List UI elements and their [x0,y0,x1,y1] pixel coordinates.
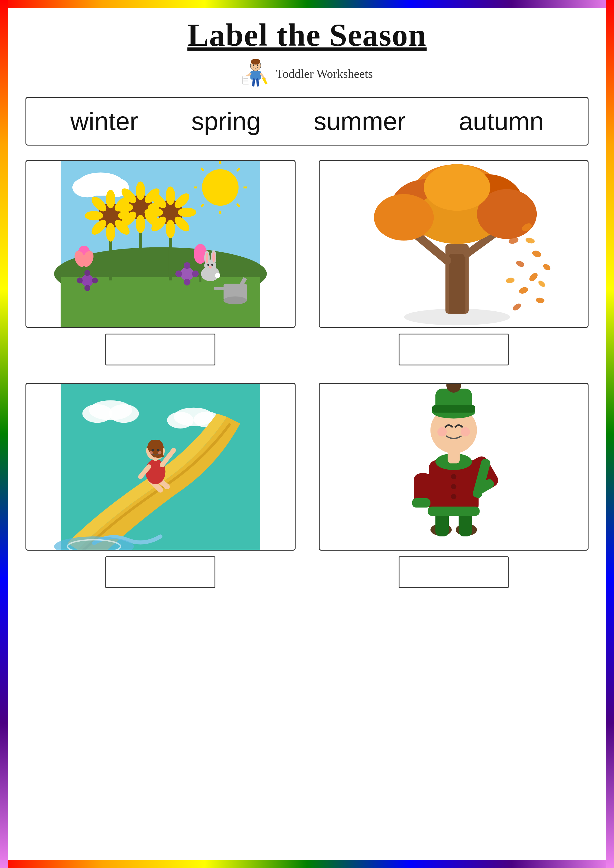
logo-section: Toddler Worksheets [25,59,589,88]
svg-point-136 [149,451,152,454]
svg-point-44 [115,203,133,212]
summer-scene-icon [26,384,295,550]
svg-point-103 [374,194,434,241]
word-summer: summer [314,107,406,136]
svg-point-85 [215,273,220,278]
autumn-label-box[interactable] [399,333,508,366]
svg-point-82 [207,264,209,266]
page-title: Label the Season [187,17,427,54]
svg-point-67 [184,262,191,269]
word-autumn: autumn [459,107,544,136]
svg-point-80 [205,253,208,263]
svg-point-2 [253,65,255,66]
spring-image-box [25,160,295,328]
svg-point-32 [106,190,115,208]
word-winter: winter [70,107,138,136]
svg-point-53 [166,220,175,238]
page-content: Label the Season [8,8,606,860]
svg-point-135 [157,449,160,451]
svg-point-160 [437,427,446,436]
word-bank: winter spring summer autumn [25,97,589,146]
svg-point-121 [109,404,139,423]
summer-label-box[interactable] [106,556,215,588]
winter-label-box[interactable] [399,556,508,588]
svg-point-151 [451,484,456,489]
title-section: Label the Season [25,17,589,54]
spring-label-box[interactable] [106,333,215,366]
svg-rect-88 [214,287,225,290]
word-spring: spring [191,107,261,136]
image-grid [25,160,589,588]
logo-text: Toddler Worksheets [276,67,373,81]
svg-point-68 [184,279,191,285]
spring-scene-icon [26,161,295,327]
svg-point-75 [92,277,98,284]
svg-point-66 [180,267,194,281]
svg-line-12 [253,79,254,85]
svg-point-70 [192,271,199,277]
svg-point-134 [151,449,154,451]
svg-rect-144 [427,507,479,516]
svg-rect-146 [412,498,430,507]
svg-point-3 [257,65,258,66]
summer-card [25,383,295,588]
svg-point-137 [158,451,161,454]
winter-card [319,383,589,588]
svg-point-81 [212,252,215,263]
autumn-scene-icon [320,161,588,327]
autumn-image-box [319,160,589,328]
svg-line-13 [257,79,258,85]
svg-rect-4 [250,71,261,79]
svg-point-43 [136,215,145,233]
svg-point-89 [224,296,247,304]
svg-point-42 [136,181,145,200]
svg-point-120 [82,404,112,423]
svg-point-71 [81,274,93,287]
spring-card [25,160,295,366]
svg-point-69 [176,271,182,277]
svg-point-84 [209,266,211,268]
svg-point-123 [167,412,194,428]
summer-image-box [25,383,295,550]
svg-rect-158 [432,405,475,412]
svg-point-52 [166,186,175,205]
svg-point-83 [211,264,213,266]
svg-point-150 [451,474,456,479]
svg-point-74 [77,277,83,284]
svg-point-152 [451,494,456,499]
svg-point-73 [84,285,90,291]
svg-point-15 [202,169,239,206]
winter-scene-icon [320,384,588,550]
svg-point-34 [85,211,103,220]
autumn-card [319,160,589,366]
svg-point-55 [178,208,196,217]
winter-image-box [319,383,589,550]
svg-point-33 [106,223,115,242]
svg-rect-93 [449,254,465,314]
svg-point-25 [72,177,102,197]
svg-point-72 [84,270,90,276]
logo-figure-icon [241,59,270,88]
svg-point-54 [145,208,163,217]
svg-point-105 [423,164,490,211]
svg-point-161 [460,427,470,436]
